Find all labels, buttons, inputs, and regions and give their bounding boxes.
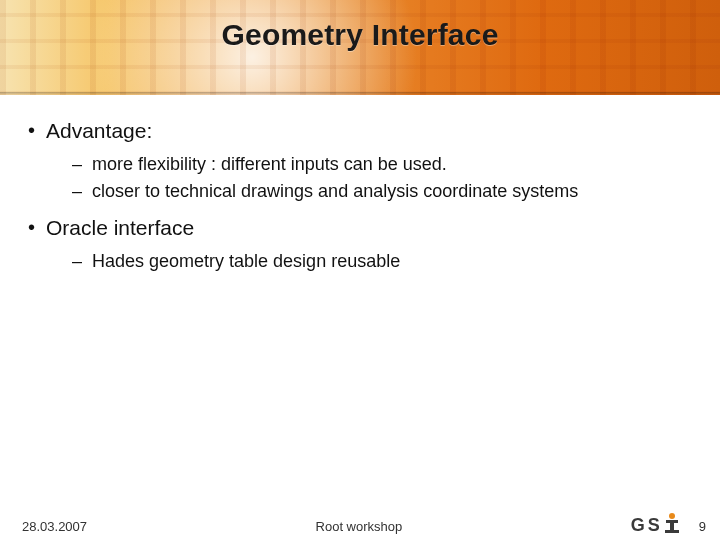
slide: Geometry Interface Advantage: more flexi… (0, 0, 720, 540)
logo-i-serif-bottom (665, 530, 679, 533)
bullet-list: Advantage: more flexibility : different … (22, 115, 700, 276)
footer-center: Root workshop (87, 519, 631, 534)
sub-bullet-text: Hades geometry table design reusable (92, 251, 400, 271)
page-number: 9 (699, 519, 706, 534)
slide-title: Geometry Interface (0, 18, 720, 52)
logo-letter-i (663, 514, 681, 536)
content-area: Advantage: more flexibility : different … (22, 115, 700, 282)
logo-letter-s: S (648, 515, 661, 536)
bullet-label: Advantage: (46, 119, 152, 142)
bullet-label: Oracle interface (46, 216, 194, 239)
sub-bullet: more flexibility : different inputs can … (46, 151, 700, 179)
bullet-advantage: Advantage: more flexibility : different … (22, 115, 700, 206)
logo-i-dot-icon (669, 513, 675, 519)
bullet-oracle-interface: Oracle interface Hades geometry table de… (22, 212, 700, 275)
footer-right: G S 9 (631, 512, 706, 534)
sub-bullet-list: more flexibility : different inputs can … (46, 151, 700, 207)
sub-bullet-text: closer to technical drawings and analysi… (92, 181, 578, 201)
sub-bullet: Hades geometry table design reusable (46, 248, 700, 276)
footer: 28.03.2007 Root workshop G S 9 (0, 506, 720, 540)
logo-letter-g: G (631, 515, 646, 536)
sub-bullet-list: Hades geometry table design reusable (46, 248, 700, 276)
gsi-logo: G S (631, 514, 681, 536)
footer-date: 28.03.2007 (22, 519, 87, 534)
sub-bullet: closer to technical drawings and analysi… (46, 178, 700, 206)
title-banner: Geometry Interface (0, 0, 720, 95)
sub-bullet-text: more flexibility : different inputs can … (92, 154, 447, 174)
